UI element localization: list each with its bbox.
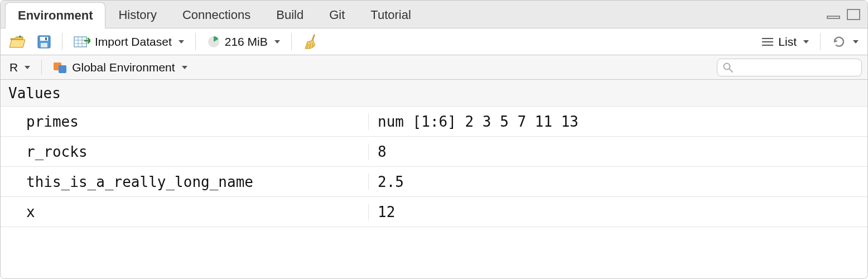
section-header-values: Values bbox=[1, 80, 867, 107]
svg-rect-20 bbox=[59, 65, 66, 73]
window-controls bbox=[826, 1, 867, 28]
svg-rect-4 bbox=[41, 43, 47, 47]
table-row[interactable]: primes num [1:6] 2 3 5 7 11 13 bbox=[1, 107, 867, 137]
variable-name: primes bbox=[1, 113, 369, 130]
svg-rect-5 bbox=[45, 37, 47, 40]
clear-workspace-button[interactable] bbox=[300, 33, 321, 51]
toolbar-scope: R Global Environment bbox=[1, 55, 867, 80]
table-row[interactable]: this_is_a_really_long_name 2.5 bbox=[1, 167, 867, 197]
separator bbox=[62, 33, 62, 50]
variable-name: x bbox=[1, 204, 369, 220]
svg-rect-1 bbox=[847, 9, 860, 20]
toolbar-main: Import Dataset 216 MiB bbox=[1, 28, 867, 55]
tab-label: Tutorial bbox=[370, 8, 411, 22]
scope-label: Global Environment bbox=[72, 61, 175, 74]
separator bbox=[195, 33, 196, 50]
search-icon bbox=[723, 62, 733, 73]
variable-name: this_is_a_really_long_name bbox=[1, 174, 369, 190]
svg-rect-6 bbox=[74, 37, 86, 47]
import-dataset-label: Import Dataset bbox=[95, 35, 172, 49]
svg-rect-0 bbox=[827, 16, 840, 18]
variable-name: r_rocks bbox=[1, 143, 369, 160]
tab-git[interactable]: Git bbox=[316, 2, 358, 28]
pie-chart-icon bbox=[207, 35, 220, 49]
separator bbox=[41, 60, 42, 75]
engine-label: R bbox=[9, 61, 18, 74]
import-dataset-icon bbox=[74, 35, 90, 49]
tabstrip: Environment History Connections Build Gi… bbox=[1, 1, 867, 28]
variable-value: 8 bbox=[369, 143, 867, 160]
svg-line-22 bbox=[730, 69, 733, 72]
refresh-button[interactable] bbox=[828, 33, 862, 50]
maximize-icon[interactable] bbox=[846, 8, 861, 21]
table-row[interactable]: x 12 bbox=[1, 197, 867, 227]
view-mode-button[interactable]: List bbox=[758, 34, 812, 50]
tab-connections[interactable]: Connections bbox=[170, 2, 263, 28]
variables-table: primes num [1:6] 2 3 5 7 11 13 r_rocks 8… bbox=[1, 107, 867, 278]
section-header-label: Values bbox=[8, 85, 61, 102]
open-folder-icon bbox=[9, 35, 25, 49]
search-box[interactable] bbox=[717, 59, 862, 76]
environment-icon bbox=[53, 61, 67, 74]
view-mode-label: List bbox=[778, 35, 797, 49]
tab-label: Git bbox=[329, 8, 345, 22]
chevron-down-icon bbox=[182, 66, 187, 69]
tab-label: History bbox=[118, 8, 156, 22]
environment-pane: Environment History Connections Build Gi… bbox=[0, 0, 868, 279]
tab-label: Build bbox=[276, 8, 303, 22]
tab-label: Connections bbox=[182, 8, 250, 22]
memory-usage-button[interactable]: 216 MiB bbox=[204, 34, 283, 50]
separator bbox=[291, 33, 292, 50]
chevron-down-icon bbox=[25, 66, 30, 69]
chevron-down-icon bbox=[274, 40, 280, 44]
tab-build[interactable]: Build bbox=[263, 2, 316, 28]
chevron-down-icon bbox=[179, 40, 184, 44]
list-icon bbox=[761, 37, 774, 47]
import-dataset-button[interactable]: Import Dataset bbox=[70, 34, 187, 50]
chevron-down-icon bbox=[853, 40, 859, 44]
engine-selector[interactable]: R bbox=[6, 60, 33, 75]
save-button[interactable] bbox=[34, 34, 54, 50]
variable-value: num [1:6] 2 3 5 7 11 13 bbox=[369, 113, 867, 130]
minimize-icon[interactable] bbox=[826, 9, 841, 20]
search-input[interactable] bbox=[737, 61, 868, 74]
broom-icon bbox=[303, 34, 317, 50]
open-folder-button[interactable] bbox=[6, 34, 28, 50]
separator bbox=[820, 33, 821, 50]
chevron-down-icon bbox=[803, 40, 809, 44]
tab-label: Environment bbox=[18, 8, 93, 23]
tab-tutorial[interactable]: Tutorial bbox=[358, 2, 424, 28]
save-icon bbox=[37, 35, 51, 49]
memory-usage-label: 216 MiB bbox=[225, 35, 268, 49]
tab-history[interactable]: History bbox=[105, 2, 169, 28]
refresh-icon bbox=[832, 35, 846, 49]
variable-value: 2.5 bbox=[369, 174, 867, 190]
table-row[interactable]: r_rocks 8 bbox=[1, 137, 867, 167]
scope-selector[interactable]: Global Environment bbox=[50, 60, 190, 75]
tab-environment[interactable]: Environment bbox=[5, 2, 105, 28]
variable-value: 12 bbox=[369, 204, 867, 220]
